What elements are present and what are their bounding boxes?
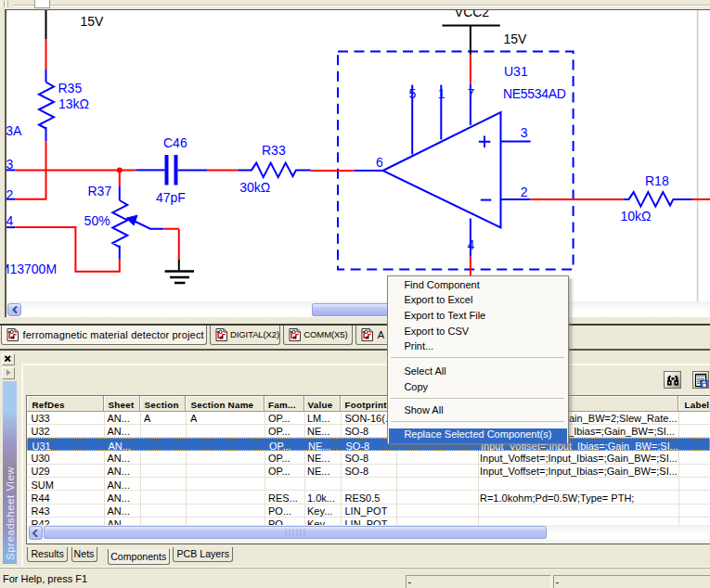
svg-text:NE5534AD: NE5534AD — [503, 86, 566, 101]
svg-text:4: 4 — [468, 237, 475, 252]
svg-text:3: 3 — [521, 125, 528, 140]
svg-text:30kΩ: 30kΩ — [239, 180, 270, 195]
svg-text:10kΩ: 10kΩ — [621, 209, 652, 224]
svg-text:13kΩ: 13kΩ — [58, 96, 89, 111]
svg-text:1: 1 — [438, 86, 445, 101]
svg-text:R18: R18 — [645, 173, 669, 188]
svg-text:R33: R33 — [262, 143, 286, 158]
svg-text:M13700M: M13700M — [6, 262, 57, 276]
svg-text:2: 2 — [521, 185, 528, 199]
svg-text:2: 2 — [6, 187, 14, 202]
svg-text:7: 7 — [468, 86, 475, 101]
svg-text:4: 4 — [6, 213, 14, 228]
svg-text:5: 5 — [409, 86, 417, 101]
svg-text:50%: 50% — [84, 213, 110, 228]
svg-text:C46: C46 — [163, 135, 187, 150]
svg-text:R35: R35 — [58, 81, 83, 96]
svg-text:33A: 33A — [6, 123, 22, 138]
svg-text:U31: U31 — [504, 64, 528, 79]
svg-text:VCC2: VCC2 — [455, 10, 490, 19]
svg-text:3: 3 — [6, 157, 14, 172]
svg-text:6: 6 — [376, 155, 383, 170]
svg-text:47pF: 47pF — [156, 190, 186, 205]
svg-text:15V: 15V — [81, 14, 105, 29]
svg-text:R37: R37 — [88, 184, 112, 198]
svg-text:15V: 15V — [504, 32, 528, 46]
